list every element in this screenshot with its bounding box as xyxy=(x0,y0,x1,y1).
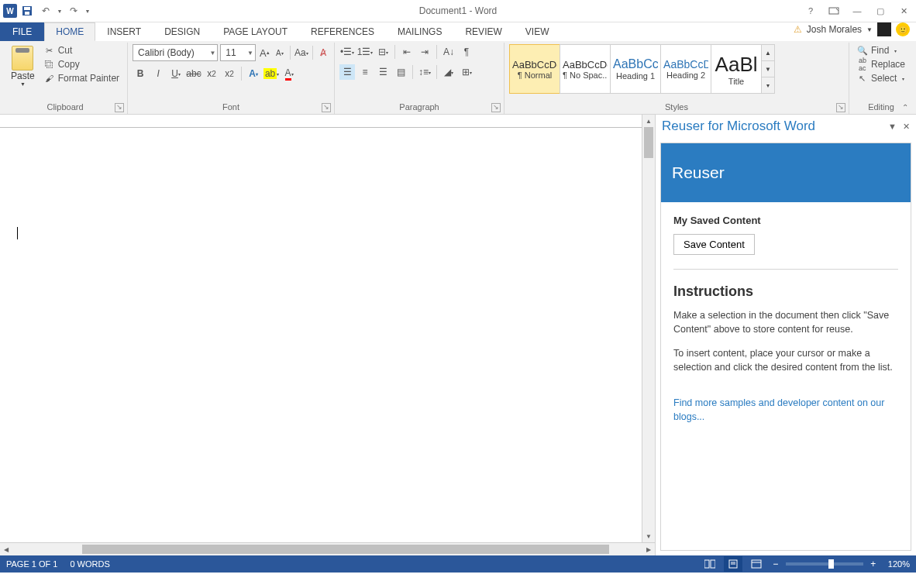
align-left-button[interactable]: ☰ xyxy=(339,64,355,80)
maximize-button[interactable]: ▢ xyxy=(871,3,890,19)
paste-button[interactable]: Paste ▼ xyxy=(8,44,38,88)
task-pane-menu[interactable]: ▼ xyxy=(888,122,897,132)
samples-link[interactable]: Find more samples and developer content … xyxy=(673,397,884,422)
read-mode-button[interactable] xyxy=(701,556,719,572)
help-button[interactable]: ? xyxy=(801,3,820,19)
ribbon-display-button[interactable] xyxy=(825,3,843,19)
superscript-button[interactable]: x2 xyxy=(222,66,237,81)
change-case-button[interactable]: Aa▾ xyxy=(294,45,308,60)
user-name[interactable]: Josh Morales xyxy=(807,24,862,35)
shading-button[interactable]: ◢▾ xyxy=(441,64,456,80)
underline-button[interactable]: U▾ xyxy=(168,66,184,81)
multilevel-list-button[interactable]: ⊟▾ xyxy=(375,44,391,60)
vertical-scrollbar[interactable]: ▲ ▼ xyxy=(642,115,655,542)
styles-more[interactable]: ▲▼▾ xyxy=(761,44,775,94)
bold-button[interactable]: B xyxy=(133,66,148,81)
show-marks-button[interactable]: ¶ xyxy=(459,44,474,60)
zoom-out-button[interactable]: − xyxy=(770,559,781,569)
page-status[interactable]: PAGE 1 OF 1 xyxy=(6,559,57,569)
scroll-down-button[interactable]: ▼ xyxy=(642,530,655,542)
tab-file[interactable]: FILE xyxy=(0,22,44,41)
redo-button[interactable]: ↷ xyxy=(65,2,82,19)
user-avatar[interactable] xyxy=(877,22,891,36)
undo-button[interactable]: ↶ xyxy=(37,2,54,19)
borders-button[interactable]: ⊞▾ xyxy=(459,64,474,80)
style-heading-2[interactable]: AaBbCcDHeading 2 xyxy=(660,44,711,94)
decrease-indent-button[interactable]: ⇤ xyxy=(399,44,415,60)
word-count[interactable]: 0 WORDS xyxy=(70,559,109,569)
numbering-button[interactable]: 1☰▾ xyxy=(357,44,373,60)
scroll-right-button[interactable]: ▶ xyxy=(642,543,655,555)
tab-mailings[interactable]: MAILINGS xyxy=(386,22,453,41)
document-page[interactable] xyxy=(0,128,642,542)
style-title[interactable]: AaBlTitle xyxy=(711,44,762,94)
replace-button[interactable]: abacReplace xyxy=(854,58,908,70)
web-layout-button[interactable] xyxy=(747,556,766,572)
zoom-level[interactable]: 120% xyxy=(888,559,910,569)
paste-dropdown[interactable]: ▼ xyxy=(20,81,26,87)
text-effects-button[interactable]: A▾ xyxy=(246,66,261,81)
chevron-down-icon[interactable]: ▼ xyxy=(209,50,215,57)
align-center-button[interactable]: ≡ xyxy=(357,64,373,80)
qat-customize[interactable]: ▼ xyxy=(84,2,91,19)
font-color-button[interactable]: A▾ xyxy=(281,66,297,81)
scroll-up-button[interactable]: ▲ xyxy=(642,115,655,127)
tab-references[interactable]: REFERENCES xyxy=(299,22,386,41)
minimize-button[interactable]: — xyxy=(848,3,866,19)
shrink-font-button[interactable]: A▾ xyxy=(274,45,287,60)
align-right-button[interactable]: ☰ xyxy=(375,64,391,80)
justify-button[interactable]: ▤ xyxy=(393,64,408,80)
paragraph-dialog-launcher[interactable]: ↘ xyxy=(491,103,501,112)
style---normal[interactable]: AaBbCcDd¶ Normal xyxy=(509,44,560,94)
subscript-button[interactable]: x2 xyxy=(204,66,219,81)
copy-button[interactable]: ⿻Copy xyxy=(41,58,122,70)
tab-insert[interactable]: INSERT xyxy=(95,22,153,41)
zoom-slider[interactable] xyxy=(786,562,863,566)
font-size-combo[interactable]: 11▼ xyxy=(220,44,256,61)
sort-button[interactable]: A↓ xyxy=(441,44,456,60)
highlight-button[interactable]: ab▾ xyxy=(263,66,279,81)
strikethrough-button[interactable]: abc xyxy=(186,66,201,81)
increase-indent-button[interactable]: ⇥ xyxy=(417,44,432,60)
close-button[interactable]: ✕ xyxy=(894,3,913,19)
tab-review[interactable]: REVIEW xyxy=(453,22,513,41)
bullets-button[interactable]: •☰▾ xyxy=(339,44,355,60)
styles-row-down[interactable]: ▼ xyxy=(762,61,774,77)
clear-formatting-button[interactable]: A̷ xyxy=(316,45,329,60)
italic-button[interactable]: I xyxy=(150,66,166,81)
scroll-thumb[interactable] xyxy=(644,127,653,158)
cut-button[interactable]: ✂Cut xyxy=(41,44,122,57)
styles-expand[interactable]: ▾ xyxy=(762,77,774,93)
zoom-knob[interactable] xyxy=(828,559,834,569)
feedback-icon[interactable]: 🙂 xyxy=(896,22,910,36)
horizontal-scrollbar[interactable]: ◀ ▶ xyxy=(0,542,655,555)
save-content-button[interactable]: Save Content xyxy=(673,234,755,255)
select-button[interactable]: ↖Select▾ xyxy=(854,72,908,84)
task-pane-close[interactable]: ✕ xyxy=(903,122,910,132)
collapse-ribbon-button[interactable]: ⌃ xyxy=(899,101,911,112)
horizontal-ruler[interactable] xyxy=(0,115,642,128)
zoom-in-button[interactable]: + xyxy=(868,559,879,569)
tab-page-layout[interactable]: PAGE LAYOUT xyxy=(212,22,299,41)
font-name-combo[interactable]: Calibri (Body)▼ xyxy=(133,44,218,61)
find-button[interactable]: 🔍Find▾ xyxy=(854,44,908,57)
tab-home[interactable]: HOME xyxy=(44,22,95,41)
undo-dropdown[interactable]: ▼ xyxy=(56,2,64,19)
user-dropdown[interactable]: ▼ xyxy=(866,26,873,33)
style---no-spac---[interactable]: AaBbCcDd¶ No Spac... xyxy=(560,44,611,94)
print-layout-button[interactable] xyxy=(724,556,742,572)
grow-font-button[interactable]: A▴ xyxy=(258,45,271,60)
clipboard-dialog-launcher[interactable]: ↘ xyxy=(115,103,124,112)
scroll-left-button[interactable]: ◀ xyxy=(0,543,12,555)
format-painter-button[interactable]: 🖌Format Painter xyxy=(41,72,122,84)
tab-view[interactable]: VIEW xyxy=(514,22,561,41)
chevron-down-icon[interactable]: ▼ xyxy=(247,50,253,57)
tab-design[interactable]: DESIGN xyxy=(153,22,212,41)
scroll-thumb[interactable] xyxy=(82,545,609,554)
save-button[interactable] xyxy=(19,2,36,19)
styles-dialog-launcher[interactable]: ↘ xyxy=(836,103,845,112)
styles-row-up[interactable]: ▲ xyxy=(762,45,774,61)
font-dialog-launcher[interactable]: ↘ xyxy=(322,103,331,112)
style-heading-1[interactable]: AaBbCcHeading 1 xyxy=(610,44,661,94)
line-spacing-button[interactable]: ↕≡▾ xyxy=(417,64,432,80)
